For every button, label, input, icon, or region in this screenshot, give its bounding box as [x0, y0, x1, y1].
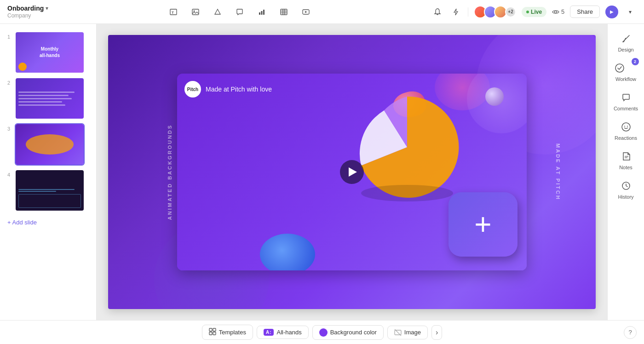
title-chevron-icon[interactable]: ▾ — [46, 5, 48, 11]
viewers-count: 5 — [552, 8, 564, 16]
play-triangle-icon — [349, 167, 357, 177]
topbar-right: +2 Live 5 Share ▶ ▾ — [431, 6, 637, 18]
chart-tool-icon[interactable] — [255, 6, 268, 18]
small-sphere-obj — [485, 87, 504, 106]
allhands-icon: A: — [264, 329, 274, 336]
reactions-icon — [620, 120, 632, 133]
bgcolor-label: Background color — [330, 329, 377, 336]
main-content: 1 Monthlyall-hands 2 3 — [0, 24, 644, 320]
color-swatch — [319, 328, 328, 337]
image-label: Image — [404, 329, 421, 336]
svg-point-17 — [624, 126, 625, 127]
allhands-button[interactable]: A: All-hands — [257, 326, 309, 339]
media-tool-icon[interactable] — [299, 6, 312, 18]
slide-number-3: 3 — [6, 124, 12, 132]
avatar-overflow-count: +2 — [505, 6, 516, 17]
svg-point-14 — [361, 185, 453, 201]
rotated-text-right: MADE AT PITCH — [555, 143, 561, 201]
help-icon: ? — [628, 329, 632, 336]
svg-rect-7 — [281, 9, 287, 15]
svg-rect-6 — [263, 10, 264, 15]
live-indicator — [526, 11, 529, 13]
slides-panel: 1 Monthlyall-hands 2 3 — [0, 24, 97, 320]
rotated-text-left: ANIMATED BACKGROUNDS — [167, 124, 172, 220]
divider — [468, 7, 468, 17]
plus-symbol: + — [474, 210, 491, 239]
reactions-panel-item[interactable]: Reactions — [610, 116, 643, 145]
notifications-icon[interactable] — [431, 6, 444, 18]
image-button[interactable]: Image — [387, 326, 428, 339]
slide-item-3[interactable]: 3 — [0, 121, 96, 167]
svg-rect-23 — [213, 328, 216, 331]
live-button[interactable]: Live — [522, 7, 546, 17]
image-tool-icon[interactable] — [189, 6, 202, 18]
shape-tool-icon[interactable] — [211, 6, 224, 18]
slide-canvas: ANIMATED BACKGROUNDS MADE AT PITCH Pitch… — [108, 35, 596, 309]
comments-icon — [620, 91, 632, 104]
background-color-button[interactable]: Background color — [312, 325, 384, 340]
allhands-label: All-hands — [276, 329, 301, 336]
table-tool-icon[interactable] — [277, 6, 290, 18]
share-button[interactable]: Share — [570, 6, 600, 18]
brand: Onboarding ▾ Company — [7, 5, 48, 19]
present-button[interactable]: ▶ — [605, 6, 618, 18]
history-icon — [620, 179, 632, 192]
svg-rect-22 — [209, 328, 212, 331]
slide-item-4[interactable]: 4 — [0, 167, 96, 213]
video-subtitle: Made at Pitch with love — [206, 86, 272, 93]
workflow-icon — [613, 62, 626, 75]
presentation-subtitle: Company — [7, 12, 48, 19]
text-tool-icon[interactable]: T — [167, 6, 180, 18]
play-button-overlay[interactable] — [340, 160, 364, 184]
topbar: Onboarding ▾ Company T — [0, 0, 644, 24]
slide-number-4: 4 — [6, 170, 12, 178]
quick-actions-icon[interactable] — [449, 6, 462, 18]
templates-button[interactable]: Templates — [202, 325, 253, 340]
topbar-brand-section: Onboarding ▾ Company — [7, 5, 48, 19]
slide-1-title-preview: Monthlyall-hands — [38, 44, 62, 61]
slide-thumbnail-1: Monthlyall-hands — [16, 32, 84, 73]
view-count: 5 — [561, 8, 564, 15]
workflow-panel-item[interactable]: 2 Workflow — [610, 57, 643, 86]
video-embed[interactable]: Pitch Made at Pitch with love — [177, 74, 527, 270]
notes-icon — [620, 150, 632, 163]
plus-button-obj: + — [448, 192, 518, 257]
svg-point-15 — [615, 64, 624, 72]
svg-rect-4 — [259, 12, 260, 15]
slide-item-2[interactable]: 2 — [0, 75, 96, 121]
blue-sphere-obj — [260, 234, 315, 270]
more-options-button[interactable]: › — [431, 325, 442, 340]
image-slash-icon — [394, 329, 402, 336]
notes-panel-item[interactable]: Notes — [610, 145, 643, 175]
more-icon: › — [436, 328, 438, 337]
comment-tool-icon[interactable] — [233, 6, 246, 18]
design-panel-item[interactable]: Design — [610, 28, 643, 57]
eye-icon — [552, 8, 559, 16]
present-options-icon[interactable]: ▾ — [624, 6, 637, 18]
svg-point-18 — [627, 126, 628, 127]
design-label: Design — [618, 47, 633, 52]
reactions-label: Reactions — [615, 135, 637, 141]
design-icon — [620, 32, 632, 45]
presentation-title: Onboarding — [7, 5, 44, 12]
help-button[interactable]: ? — [624, 326, 637, 339]
add-slide-button[interactable]: + Add slide — [0, 215, 96, 229]
templates-icon — [209, 328, 216, 337]
svg-rect-5 — [261, 11, 263, 15]
comments-label: Comments — [614, 106, 638, 111]
comments-panel-item[interactable]: Comments — [610, 86, 643, 116]
svg-rect-24 — [209, 332, 212, 335]
slide-number-1: 1 — [6, 32, 12, 40]
svg-text:T: T — [172, 11, 174, 15]
toolbar-icons: T — [167, 6, 312, 18]
notes-label: Notes — [619, 165, 632, 170]
history-panel-item[interactable]: History — [610, 175, 643, 204]
svg-rect-25 — [213, 332, 216, 335]
pie-chart-obj — [347, 87, 467, 209]
add-slide-label: + Add slide — [7, 219, 37, 226]
slide-item-1[interactable]: 1 Monthlyall-hands — [0, 29, 96, 75]
workflow-label: Workflow — [615, 76, 636, 82]
workflow-badge-wrap: 2 — [613, 62, 639, 75]
slide-thumbnail-2 — [16, 78, 84, 119]
canvas-area[interactable]: ANIMATED BACKGROUNDS MADE AT PITCH Pitch… — [97, 24, 607, 320]
